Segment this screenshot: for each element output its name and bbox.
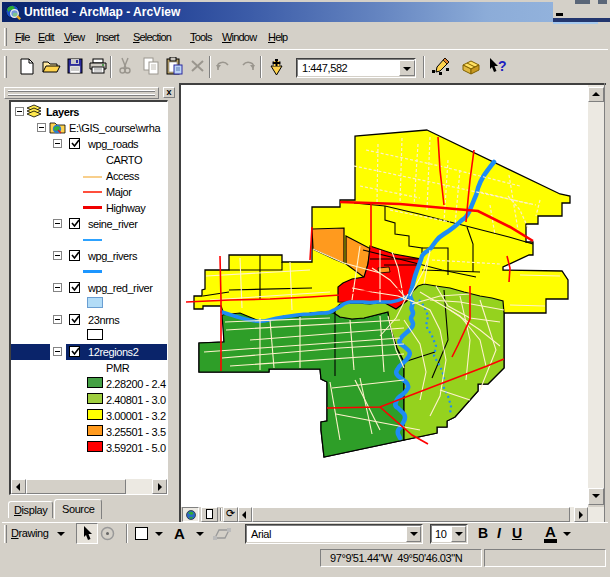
svg-text:?: ?: [498, 58, 507, 74]
